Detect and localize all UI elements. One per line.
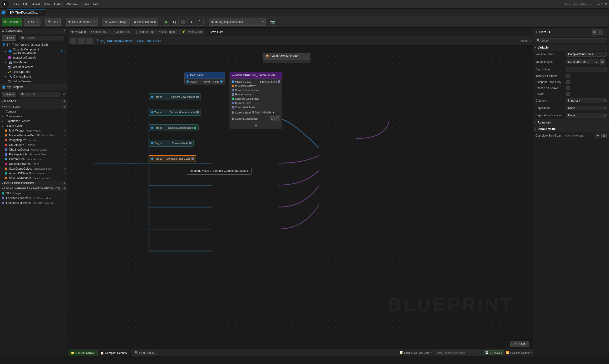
tree-camera-boom[interactable]: ▾ 🔧 CameraBoom: [0, 74, 67, 79]
variable-section-hdr[interactable]: ▾ Variable: [533, 44, 609, 51]
ms-cd-checkbox[interactable]: □: [270, 116, 274, 121]
nav-forward[interactable]: →: [86, 38, 92, 44]
local-vars-hdr[interactable]: ▾ LOCAL VARIABLES (SAVEGAMETOSLOT) ⊕: [0, 186, 67, 191]
desc-input[interactable]: [566, 67, 607, 72]
tab-construction[interactable]: ƒ Constructi...: [88, 29, 111, 35]
components-add-btn[interactable]: + + Add: [2, 36, 16, 41]
var-mainwidget[interactable]: MainWidget Main Widget ▾: [0, 128, 67, 133]
tree-minimap-cam[interactable]: 📷 MiniMapCamera: [0, 65, 67, 69]
menu-edit[interactable]: Edit: [23, 2, 28, 6]
my-blueprint-search-input[interactable]: [26, 93, 58, 96]
tab-event-graph[interactable]: ⚡ Event Graph: [180, 29, 205, 35]
menu-view[interactable]: View: [44, 2, 51, 6]
variables-section-hdr[interactable]: ▾ VARIABLES ⊕: [0, 104, 67, 109]
var-camera-group[interactable]: ▸ Camera: [0, 109, 67, 114]
tab-update-exp[interactable]: ƒ Update Exp: [134, 29, 156, 35]
components-search[interactable]: 🔍: [20, 36, 64, 40]
class-defaults-btn[interactable]: ⚙ Class Defaults: [131, 18, 158, 26]
nav-grid-btn[interactable]: ⊞: [70, 38, 76, 44]
local-slot[interactable]: Slot Integer ▾: [0, 191, 67, 196]
blueprint-tab[interactable]: BP_ThirdPersonCha... ✕: [7, 9, 45, 16]
local-save-missions[interactable]: LocalSaveMissions Structure Save M... ▾: [0, 201, 67, 205]
var-name-input[interactable]: [566, 52, 607, 57]
tab-close[interactable]: ✕: [40, 12, 42, 14]
tree-self[interactable]: 👤 BP_ThirdPersonCharacter (Self): [0, 42, 67, 47]
var-exp-group[interactable]: ▸ Experience System: [0, 119, 67, 123]
current-state-dropdown[interactable]: 正在进行中的任务 ▾: [250, 110, 280, 115]
class-settings-btn[interactable]: ⚙ Class Settings: [103, 18, 130, 26]
output-log-btn[interactable]: 📝 Output Log: [400, 351, 417, 354]
my-blueprint-close[interactable]: ✕: [63, 85, 66, 89]
node-goal-indices[interactable]: Target Current Goal Indices: [149, 93, 201, 100]
rep-condition-select[interactable]: None ▾: [566, 113, 607, 118]
var-health-group[interactable]: ▾ Health System: [0, 123, 67, 128]
details-close[interactable]: ✕: [604, 30, 607, 34]
console-input[interactable]: [434, 350, 481, 355]
es-checkbox[interactable]: [566, 86, 570, 90]
node-local-save-missions[interactable]: 📦 Local Save Missions: [263, 53, 311, 63]
tree-interaction[interactable]: 🟣 InteractionCapsule: [0, 55, 67, 60]
menu-file[interactable]: File: [14, 2, 19, 6]
priv-checkbox[interactable]: [566, 92, 570, 96]
ie-checkbox[interactable]: [566, 75, 570, 78]
node-current-goals[interactable]: Target Current Goals: [149, 140, 194, 147]
collapse-struct-btn[interactable]: ▲: [254, 123, 258, 127]
unsaved-indicator[interactable]: 💾 1 Unsaved: [483, 351, 504, 355]
settings-icon-bp[interactable]: ⚙: [63, 93, 66, 96]
revision-control-btn[interactable]: 🔀 Revision Control ▾: [506, 351, 532, 354]
menu-tools[interactable]: Tools: [82, 2, 89, 6]
node-complete-sub-goals[interactable]: Target Complete Sub Goals: [149, 155, 196, 162]
default-val-hdr[interactable]: ▾ Default Value: [533, 126, 609, 132]
var-defaultslot[interactable]: DefaultSlotName String ▾: [0, 162, 67, 166]
bc-func[interactable]: Save Game to Slot: [137, 39, 161, 43]
var-missionmanager[interactable]: MissionManagerRef BP Mission Ma... ▾: [0, 133, 67, 138]
node-subgoal[interactable]: Target Select Subgoal Index: [149, 124, 199, 131]
event-add[interactable]: ⊕: [63, 182, 66, 185]
nav-back[interactable]: ←: [78, 38, 85, 44]
var-amountsave[interactable]: AmountOfSaveSlots Integer ▾: [0, 171, 67, 176]
menu-debug[interactable]: Debug: [54, 2, 63, 6]
var-components-group[interactable]: ▸ Components: [0, 114, 67, 119]
components-search-input[interactable]: [26, 36, 62, 40]
event-dispatchers-hdr[interactable]: ▸ EVENT DISPATCHERS ⊕: [0, 181, 67, 186]
variables-add[interactable]: ⊕: [63, 105, 66, 108]
bro-checkbox[interactable]: [566, 80, 570, 84]
canvas-area[interactable]: 👁 Viewport ƒ Constructi... ƒ Update Le..…: [68, 28, 533, 356]
menu-help[interactable]: Help: [93, 2, 99, 6]
tab-update-le[interactable]: ƒ Update Le...: [111, 29, 134, 35]
details-search[interactable]: 🔍: [535, 38, 607, 43]
compile-btn[interactable]: ⚙ Compile ▾: [2, 18, 22, 26]
clear-btn[interactable]: CLEAR: [510, 341, 529, 347]
var-type-settings[interactable]: ⚙: [600, 59, 605, 65]
advance-btn[interactable]: ▶|: [171, 18, 178, 26]
node-make-structure[interactable]: ● Make Structure_SaveMission Mission Cla…: [230, 72, 282, 129]
var-canattack[interactable]: CanAttack? Boolean ▾: [0, 143, 67, 147]
var-saveload[interactable]: SaveLoadWidget Save Load Wid... ▾: [0, 176, 67, 181]
find-btn[interactable]: 🔍 Find: [45, 18, 61, 26]
macros-section-hdr[interactable]: ▸ MACROS ⊕: [0, 99, 67, 104]
ms-cd-extra[interactable]: 🏴: [275, 116, 280, 121]
var-type-arrow[interactable]: ▾: [605, 61, 607, 63]
components-close[interactable]: ✕: [63, 29, 66, 32]
debug-camera-btn[interactable]: 📷: [268, 18, 277, 26]
compile-chevron[interactable]: ▾: [19, 18, 21, 26]
var-prestige[interactable]: PrestigePoints Structure Area ▾: [0, 152, 67, 157]
macros-add[interactable]: ⊕: [63, 100, 66, 103]
my-bp-add-btn[interactable]: + + Add: [2, 92, 16, 97]
stop-btn[interactable]: ⬛: [178, 18, 187, 26]
tab-save-game[interactable]: ƒ Save Gam... ✕: [205, 29, 231, 35]
node-get-class[interactable]: ƒ Get Class Object Return Value: [184, 72, 225, 85]
diff-btn[interactable]: ⊟ Diff ▾: [24, 18, 40, 26]
tree-levelup[interactable]: ✨ LevelUpEffect: [0, 69, 67, 74]
local-add[interactable]: ⊕: [63, 187, 66, 190]
var-type-select[interactable]: Structure Com... ▾: [566, 59, 599, 64]
tree-follow-cam[interactable]: 📷 FollowCamera: [0, 79, 67, 84]
menu-window[interactable]: Window: [67, 2, 78, 6]
maximize-btn[interactable]: □: [601, 2, 603, 6]
var-obtained[interactable]: ObtainedObject Master Object ▾: [0, 147, 67, 152]
menu-asset[interactable]: Asset: [32, 2, 40, 6]
tree-minimap-arm[interactable]: ▾ 🦾 MiniMapArm: [0, 60, 67, 65]
bc-class[interactable]: BP_ThirdPersonCharacter: [100, 39, 133, 43]
close-btn[interactable]: ✕: [605, 2, 607, 6]
array-remove-btn[interactable]: 🗑: [601, 133, 607, 138]
